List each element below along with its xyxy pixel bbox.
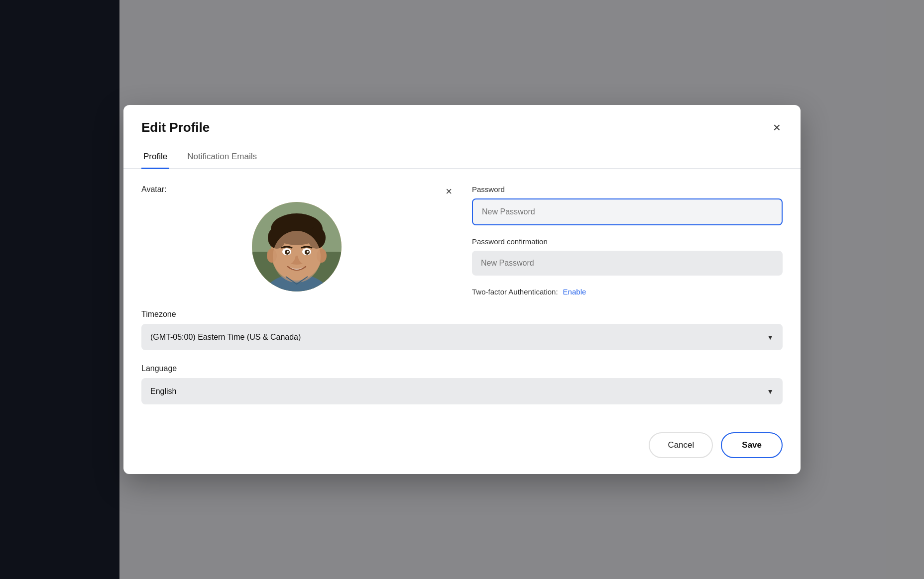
svg-point-16 bbox=[307, 251, 309, 253]
svg-point-15 bbox=[287, 251, 289, 253]
left-column: Avatar: bbox=[141, 185, 452, 296]
avatar-remove-button[interactable]: × bbox=[446, 185, 452, 198]
modal-body: Avatar: bbox=[123, 169, 801, 310]
cancel-button[interactable]: Cancel bbox=[649, 432, 713, 458]
bottom-section: Timezone (GMT-05:00) Eastern Time (US & … bbox=[123, 310, 801, 432]
timezone-select[interactable]: (GMT-05:00) Eastern Time (US & Canada) (… bbox=[141, 324, 783, 350]
tfa-row: Two-factor Authentication: Enable bbox=[472, 288, 783, 296]
password-field-group: Password bbox=[472, 185, 783, 225]
right-column: Password Password confirmation Two-facto… bbox=[472, 185, 783, 296]
avatar-svg bbox=[252, 202, 342, 291]
tab-notification-emails[interactable]: Notification Emails bbox=[185, 146, 259, 169]
modal-backdrop: Edit Profile × Profile Notification Emai… bbox=[0, 0, 924, 579]
tabs-container: Profile Notification Emails bbox=[123, 146, 801, 169]
tfa-enable-link[interactable]: Enable bbox=[563, 288, 586, 296]
avatar-section: Avatar: bbox=[141, 185, 452, 291]
language-select[interactable]: English Spanish French German bbox=[141, 378, 783, 404]
edit-profile-modal: Edit Profile × Profile Notification Emai… bbox=[123, 105, 801, 474]
password-label: Password bbox=[472, 185, 783, 193]
avatar-label: Avatar: bbox=[141, 185, 452, 194]
modal-header: Edit Profile × bbox=[123, 105, 801, 136]
avatar-image bbox=[252, 202, 342, 291]
modal-footer: Cancel Save bbox=[123, 432, 801, 474]
password-confirmation-field-group: Password confirmation bbox=[472, 237, 783, 276]
timezone-select-wrapper: (GMT-05:00) Eastern Time (US & Canada) (… bbox=[141, 324, 783, 350]
language-select-wrapper: English Spanish French German ▼ bbox=[141, 378, 783, 404]
modal-title: Edit Profile bbox=[141, 120, 210, 135]
language-label: Language bbox=[141, 364, 783, 373]
tab-profile[interactable]: Profile bbox=[141, 146, 169, 169]
password-confirmation-input[interactable] bbox=[472, 251, 783, 276]
timezone-label: Timezone bbox=[141, 310, 783, 319]
new-password-input[interactable] bbox=[472, 198, 783, 225]
modal-close-button[interactable]: × bbox=[771, 119, 783, 136]
password-confirmation-label: Password confirmation bbox=[472, 237, 783, 246]
tfa-label: Two-factor Authentication: bbox=[472, 288, 558, 296]
save-button[interactable]: Save bbox=[721, 432, 783, 458]
